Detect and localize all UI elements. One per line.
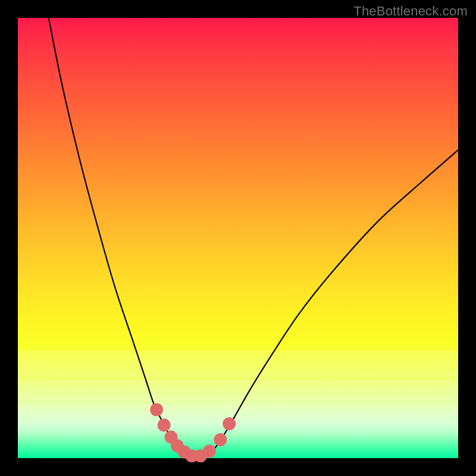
chart-frame: TheBottleneck.com (0, 0, 476, 476)
marker-point (158, 419, 171, 432)
curve-left-branch (49, 18, 190, 457)
curve-group (49, 18, 458, 458)
marker-group (150, 403, 236, 463)
marker-point (150, 403, 163, 416)
plot-area (18, 18, 458, 458)
watermark-text: TheBottleneck.com (353, 4, 468, 19)
chart-svg (18, 18, 458, 458)
curve-right-branch (203, 150, 458, 457)
marker-point (223, 417, 236, 430)
marker-point (214, 433, 227, 446)
marker-point (203, 444, 216, 458)
